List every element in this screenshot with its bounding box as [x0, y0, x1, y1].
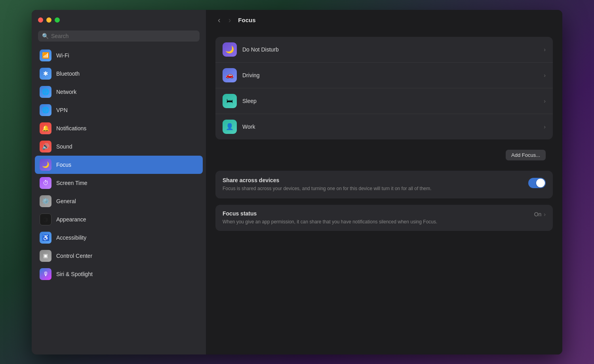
sidebar-item-siri[interactable]: 🎙 Siri & Spotlight [35, 265, 203, 283]
notifications-icon: 🔔 [42, 125, 50, 132]
titlebar [32, 10, 206, 30]
sidebar-item-screentime[interactable]: ⏱ Screen Time [35, 174, 203, 192]
share-devices-toggle[interactable] [528, 178, 546, 188]
forward-button[interactable]: › [226, 15, 234, 25]
dnd-icon: 🌙 [223, 42, 237, 57]
accessibility-icon: ♿ [42, 234, 50, 241]
general-icon-box: ⚙️ [40, 195, 51, 207]
sidebar-item-appearance[interactable]: ◑ Appearance [35, 210, 203, 229]
network-icon: 🌐 [42, 88, 50, 95]
search-input[interactable] [51, 33, 196, 39]
sidebar: 🔍 📶 Wi-Fi ✱ Bluetooth 🌐 [32, 10, 206, 354]
sleep-icon: 🛏 [223, 94, 237, 108]
sidebar-item-controlcenter[interactable]: ▣ Control Center [35, 247, 203, 265]
sidebar-label-notifications: Notifications [56, 125, 86, 131]
focus-row-work[interactable]: 👤 Work › [215, 114, 553, 139]
search-bar[interactable]: 🔍 [38, 30, 200, 42]
controlcenter-icon: ▣ [43, 253, 48, 259]
appearance-icon: ◑ [43, 216, 48, 223]
focus-status-card[interactable]: Focus status When you give an app permis… [215, 205, 553, 231]
sidebar-item-focus[interactable]: 🌙 Focus [35, 156, 203, 174]
focus-row-sleep[interactable]: 🛏 Sleep › [215, 88, 553, 114]
appearance-icon-box: ◑ [40, 213, 51, 225]
share-devices-title: Share across devices [223, 177, 524, 183]
sleep-chevron: › [544, 98, 546, 104]
network-icon-box: 🌐 [40, 86, 51, 98]
focus-status-desc: When you give an app permission, it can … [223, 218, 529, 225]
sidebar-item-sound[interactable]: 🔊 Sound [35, 137, 203, 156]
work-chevron: › [544, 124, 546, 130]
minimize-button[interactable] [46, 17, 51, 23]
work-label: Work [242, 124, 538, 130]
main-scrollable: 🌙 Do Not Disturb › 🚗 Driving › 🛏 Sleep › [206, 30, 562, 354]
work-icon: 👤 [223, 120, 237, 134]
wifi-icon-box: 📶 [40, 50, 51, 61]
dnd-label: Do Not Disturb [242, 46, 538, 53]
focus-status-text: Focus status When you give an app permis… [223, 210, 529, 225]
focus-status-title: Focus status [223, 210, 529, 217]
wifi-icon: 📶 [42, 52, 50, 59]
dnd-chevron: › [544, 46, 546, 53]
sidebar-label-vpn: VPN [56, 107, 68, 113]
focus-icon: 🌙 [42, 161, 50, 168]
sidebar-label-sound: Sound [56, 143, 72, 150]
driving-chevron: › [544, 72, 546, 78]
sidebar-item-bluetooth[interactable]: ✱ Bluetooth [35, 65, 203, 83]
sidebar-list: 📶 Wi-Fi ✱ Bluetooth 🌐 Network [32, 46, 206, 354]
share-devices-text: Share across devices Focus is shared acr… [223, 177, 524, 192]
back-button[interactable]: ‹ [215, 15, 223, 25]
maximize-button[interactable] [55, 17, 60, 23]
sidebar-item-notifications[interactable]: 🔔 Notifications [35, 119, 203, 137]
sidebar-label-accessibility: Accessibility [56, 234, 86, 241]
share-devices-row: Share across devices Focus is shared acr… [223, 177, 546, 192]
focus-row-dnd[interactable]: 🌙 Do Not Disturb › [215, 37, 553, 63]
sidebar-label-screentime: Screen Time [56, 180, 88, 186]
screentime-icon: ⏱ [43, 179, 49, 186]
sound-icon-box: 🔊 [40, 141, 51, 152]
sidebar-label-siri: Siri & Spotlight [56, 271, 93, 277]
sidebar-item-vpn[interactable]: 🌐 VPN [35, 101, 203, 119]
focus-row-driving[interactable]: 🚗 Driving › [215, 63, 553, 88]
sidebar-label-general: General [56, 198, 76, 204]
vpn-icon: 🌐 [42, 107, 50, 114]
sidebar-label-focus: Focus [56, 162, 71, 168]
focus-status-value: On [534, 211, 542, 217]
driving-icon: 🚗 [223, 68, 237, 82]
add-focus-row: Add Focus... [215, 146, 553, 164]
siri-icon-box: 🎙 [40, 268, 51, 280]
driving-label: Driving [242, 72, 538, 78]
bluetooth-icon-box: ✱ [40, 68, 51, 80]
notifications-icon-box: 🔔 [40, 122, 51, 134]
focus-items-card: 🌙 Do Not Disturb › 🚗 Driving › 🛏 Sleep › [215, 37, 553, 139]
bluetooth-icon: ✱ [43, 70, 48, 77]
focus-status-row[interactable]: Focus status When you give an app permis… [215, 205, 553, 231]
main-header: ‹ › Focus [206, 10, 562, 30]
sidebar-item-wifi[interactable]: 📶 Wi-Fi [35, 46, 203, 65]
sidebar-label-network: Network [56, 89, 76, 95]
share-devices-card: Share across devices Focus is shared acr… [215, 171, 553, 198]
vpn-icon-box: 🌐 [40, 104, 51, 116]
sidebar-label-appearance: Appearance [56, 216, 86, 223]
share-devices-desc: Focus is shared across your devices, and… [223, 185, 524, 192]
accessibility-icon-box: ♿ [40, 232, 51, 244]
sidebar-item-general[interactable]: ⚙️ General [35, 192, 203, 210]
focus-icon-box: 🌙 [40, 159, 51, 171]
focus-status-chevron: › [544, 211, 546, 217]
screentime-icon-box: ⏱ [40, 177, 51, 189]
page-title: Focus [238, 17, 255, 23]
system-preferences-window: 🔍 📶 Wi-Fi ✱ Bluetooth 🌐 [32, 10, 562, 354]
search-icon: 🔍 [42, 33, 49, 39]
toggle-knob [536, 179, 545, 187]
sidebar-label-controlcenter: Control Center [56, 253, 92, 259]
sound-icon: 🔊 [42, 143, 50, 150]
main-content-area: ‹ › Focus 🌙 Do Not Disturb › 🚗 Driving › [206, 10, 562, 354]
sleep-label: Sleep [242, 98, 538, 104]
add-focus-button[interactable]: Add Focus... [506, 150, 546, 160]
sidebar-label-wifi: Wi-Fi [56, 52, 69, 59]
controlcenter-icon-box: ▣ [40, 250, 51, 262]
sidebar-item-network[interactable]: 🌐 Network [35, 83, 203, 101]
general-icon: ⚙️ [42, 198, 50, 205]
sidebar-label-bluetooth: Bluetooth [56, 71, 80, 77]
sidebar-item-accessibility[interactable]: ♿ Accessibility [35, 229, 203, 247]
close-button[interactable] [38, 17, 43, 23]
